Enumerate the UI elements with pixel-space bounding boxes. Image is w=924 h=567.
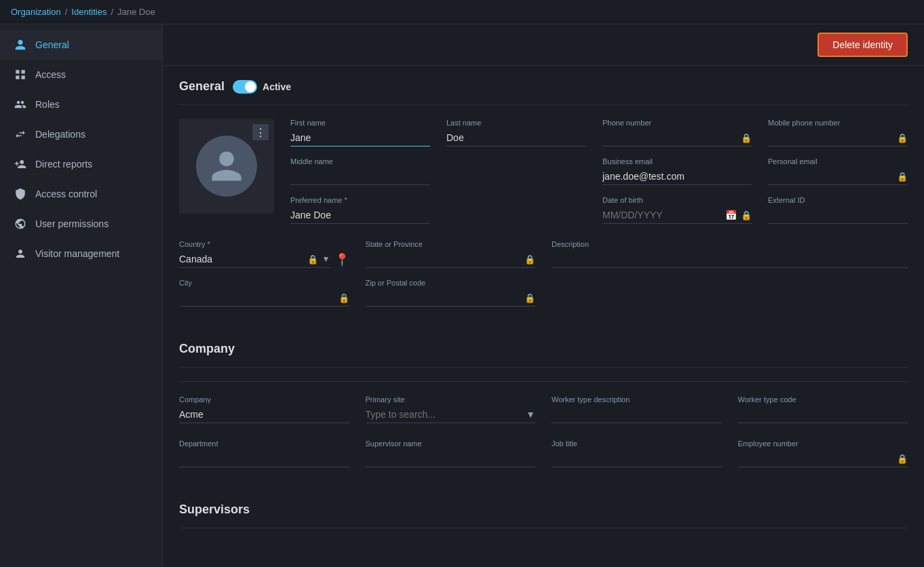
employee-lock-icon: 🔒 bbox=[897, 454, 908, 464]
middle-name-label: Middle name bbox=[290, 157, 430, 165]
external-id-input[interactable] bbox=[768, 207, 908, 224]
business-email-group: Business email bbox=[602, 157, 752, 185]
active-toggle-container[interactable]: Active bbox=[233, 80, 291, 94]
external-id-group: External ID bbox=[768, 196, 908, 224]
sidebar-item-delegations[interactable]: Delegations bbox=[0, 119, 162, 149]
dob-input[interactable] bbox=[602, 210, 721, 220]
calendar-icon[interactable]: 📅 bbox=[725, 210, 737, 220]
mobile-phone-group: Mobile phone number 🔒 bbox=[768, 119, 908, 146]
city-lock-icon: 🔒 bbox=[339, 293, 349, 303]
city-label: City bbox=[179, 279, 349, 287]
middle-name-input[interactable] bbox=[290, 168, 430, 185]
sidebar-item-general[interactable]: General bbox=[0, 30, 162, 60]
phone-input[interactable] bbox=[602, 132, 737, 143]
description-input[interactable] bbox=[552, 251, 908, 268]
spacer2 bbox=[446, 196, 586, 224]
description-group: Description bbox=[552, 240, 908, 268]
employee-number-wrapper: 🔒 bbox=[738, 450, 908, 467]
personal-email-wrapper: 🔒 bbox=[768, 168, 908, 185]
sidebar-item-direct-reports[interactable]: Direct reports bbox=[0, 149, 162, 179]
city-zip-grid: City 🔒 Zip or Postal code 🔒 bbox=[179, 279, 908, 307]
sidebar-item-access[interactable]: Access bbox=[0, 60, 162, 90]
spacer1 bbox=[446, 157, 586, 185]
worker-type-desc-group: Worker type description bbox=[552, 395, 722, 423]
primary-site-arrow: ▼ bbox=[526, 409, 535, 420]
primary-site-wrapper[interactable]: ▼ bbox=[366, 406, 536, 423]
sidebar-item-user-permissions[interactable]: User permissions bbox=[0, 209, 162, 239]
country-select[interactable]: Canada United States United Kingdom bbox=[179, 254, 303, 265]
globe-icon bbox=[14, 217, 27, 231]
spacer-city1 bbox=[552, 279, 722, 307]
employee-number-label: Employee number bbox=[738, 439, 908, 448]
company-input[interactable] bbox=[179, 406, 349, 423]
phone-wrapper: 🔒 bbox=[602, 130, 752, 146]
sidebar-item-roles[interactable]: Roles bbox=[0, 90, 162, 119]
toggle-thumb bbox=[245, 81, 256, 92]
breadcrumb-sep1: / bbox=[65, 7, 68, 17]
mobile-phone-label: Mobile phone number bbox=[768, 119, 908, 127]
swap-icon bbox=[14, 128, 27, 141]
sidebar-label-direct-reports: Direct reports bbox=[35, 159, 92, 170]
country-dropdown-arrow: ▼ bbox=[322, 254, 330, 264]
sidebar: General Access Roles Delegations Direct … bbox=[0, 24, 163, 567]
city-input[interactable] bbox=[179, 292, 334, 303]
sidebar-item-visitor-management[interactable]: Visitor management bbox=[0, 239, 162, 269]
form-content: General Active ⋮ bbox=[163, 66, 924, 567]
delete-identity-button[interactable]: Delete identity bbox=[817, 33, 908, 57]
worker-type-code-input[interactable] bbox=[738, 406, 908, 423]
avatar-container: ⋮ bbox=[179, 119, 274, 214]
avatar-menu-button[interactable]: ⋮ bbox=[252, 124, 269, 140]
department-input[interactable] bbox=[179, 450, 349, 467]
spacer-city2 bbox=[738, 279, 908, 307]
employee-number-group: Employee number 🔒 bbox=[738, 439, 908, 467]
grid-icon bbox=[14, 68, 27, 81]
last-name-group: Last name bbox=[446, 119, 586, 146]
worker-type-desc-input[interactable] bbox=[552, 406, 722, 423]
state-input[interactable] bbox=[366, 254, 521, 265]
employee-number-input[interactable] bbox=[738, 453, 893, 464]
active-toggle[interactable] bbox=[233, 80, 257, 94]
last-name-input[interactable] bbox=[446, 130, 586, 146]
zip-label: Zip or Postal code bbox=[366, 279, 536, 287]
preferred-name-input[interactable] bbox=[290, 207, 430, 224]
dob-wrapper: 📅 🔒 bbox=[602, 207, 752, 224]
personal-email-input[interactable] bbox=[768, 171, 893, 182]
external-id-label: External ID bbox=[768, 196, 908, 204]
sidebar-item-access-control[interactable]: Access control bbox=[0, 179, 162, 209]
breadcrumb-org[interactable]: Organization bbox=[11, 7, 61, 17]
location-grid: Country * Canada United States United Ki… bbox=[179, 240, 908, 268]
sidebar-label-access: Access bbox=[35, 69, 66, 80]
business-email-input[interactable] bbox=[602, 168, 752, 185]
mobile-phone-input[interactable] bbox=[768, 132, 893, 143]
person-check-icon bbox=[14, 247, 27, 260]
primary-site-group: Primary site ▼ bbox=[366, 395, 536, 423]
description-label: Description bbox=[552, 240, 908, 248]
breadcrumb-current: Jane Doe bbox=[117, 7, 155, 17]
primary-site-input[interactable] bbox=[366, 409, 522, 420]
breadcrumb-identities[interactable]: Identities bbox=[71, 7, 107, 17]
middle-name-group: Middle name bbox=[290, 157, 430, 185]
first-name-label: First name bbox=[290, 119, 430, 127]
country-wrapper[interactable]: Canada United States United Kingdom 🔒 ▼ bbox=[179, 251, 330, 268]
personal-email-label: Personal email bbox=[768, 157, 908, 165]
supervisor-label: Supervisor name bbox=[366, 439, 536, 448]
zip-input[interactable] bbox=[366, 292, 521, 303]
job-title-input[interactable] bbox=[552, 450, 722, 467]
company-divider bbox=[179, 381, 908, 382]
phone-lock-icon: 🔒 bbox=[741, 133, 752, 143]
avatar-section: ⋮ First name Last name bbox=[179, 119, 908, 224]
mobile-lock-icon: 🔒 bbox=[897, 133, 908, 143]
content-area: Delete identity General Active ⋮ bbox=[163, 24, 924, 567]
general-title: General bbox=[179, 79, 225, 94]
sidebar-label-general: General bbox=[35, 39, 69, 50]
preferred-name-group: Preferred name * bbox=[290, 196, 430, 224]
country-group: Country * Canada United States United Ki… bbox=[179, 240, 349, 268]
first-name-group: First name bbox=[290, 119, 430, 146]
business-email-label: Business email bbox=[602, 157, 752, 165]
first-name-input[interactable] bbox=[290, 130, 430, 146]
company-grid-2: Department Supervisor name Job title Emp… bbox=[179, 439, 908, 467]
dob-label: Date of birth bbox=[602, 196, 752, 204]
supervisor-input[interactable] bbox=[366, 450, 536, 467]
name-form-grid: First name Last name Phone number 🔒 bbox=[290, 119, 908, 224]
city-group: City 🔒 bbox=[179, 279, 349, 307]
